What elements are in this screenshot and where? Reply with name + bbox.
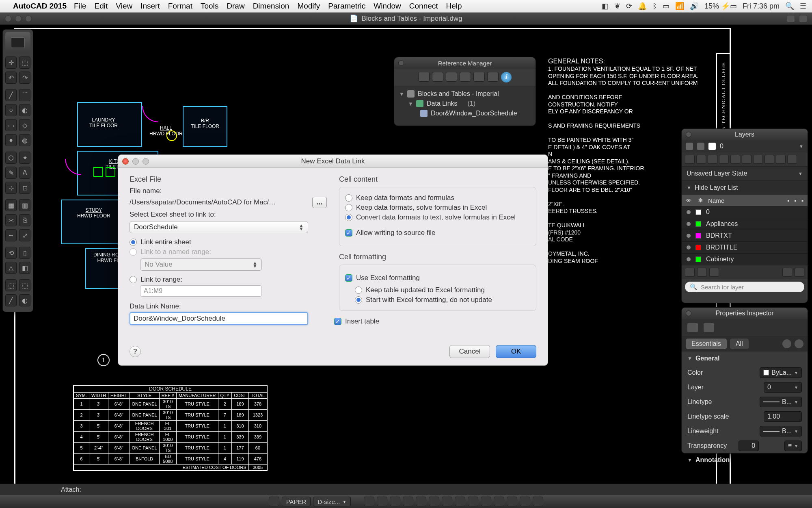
status-volume-icon[interactable]: 🔊 — [690, 2, 699, 11]
status-tool-icon[interactable] — [429, 497, 439, 506]
menu-edit[interactable]: Edit — [95, 2, 108, 11]
layer-tool[interactable] — [776, 155, 786, 164]
tool-button[interactable]: ⊹ — [5, 182, 17, 194]
status-tool-icon[interactable] — [520, 497, 530, 506]
menu-dimension[interactable]: Dimension — [253, 2, 289, 11]
tool-button[interactable]: ⬚ — [5, 279, 17, 291]
prop-layer[interactable]: Layer0▼ — [682, 380, 808, 395]
layer-row[interactable]: Appliances — [682, 218, 808, 230]
menu-draw[interactable]: Draw — [227, 2, 244, 11]
menu-window[interactable]: Window — [374, 2, 401, 11]
menu-parametric[interactable]: Parametric — [328, 2, 365, 11]
menu-view[interactable]: View — [116, 2, 132, 11]
radio-link-entire[interactable]: Link entire sheet — [130, 238, 327, 246]
status-tool-icon[interactable] — [442, 497, 452, 506]
layer-tool[interactable] — [764, 155, 774, 164]
layer-foot-tool[interactable] — [782, 268, 792, 277]
menu-tools[interactable]: Tools — [201, 2, 218, 11]
titlebar-btn[interactable] — [787, 15, 795, 22]
refmgr-tool[interactable] — [473, 72, 485, 82]
tool-button[interactable]: ⎘ — [19, 214, 30, 226]
layer-tool[interactable] — [730, 155, 740, 164]
tool-button[interactable]: ○ — [5, 104, 17, 116]
status-display-icon[interactable]: ▭ — [663, 2, 669, 11]
check-insert-table[interactable]: ✓Insert table — [334, 317, 536, 326]
close-icon[interactable] — [686, 132, 691, 137]
refmgr-tool[interactable] — [418, 72, 430, 82]
tool-button[interactable]: △ — [5, 262, 17, 274]
menu-format[interactable]: Format — [168, 2, 192, 11]
quick-select-icon[interactable] — [782, 339, 791, 348]
status-evernote-icon[interactable]: ❦ — [614, 2, 620, 11]
status-tool-icon[interactable] — [390, 497, 400, 506]
layer-row[interactable]: BRDTITLE — [682, 242, 808, 254]
status-tool-icon[interactable] — [494, 497, 504, 506]
menu-insert[interactable]: Insert — [140, 2, 160, 11]
status-tool-icon[interactable] — [507, 497, 517, 506]
tool-button[interactable]: ↷ — [19, 72, 30, 84]
props-mode-icon[interactable] — [704, 323, 714, 332]
browse-button[interactable]: ... — [312, 197, 327, 208]
tool-button[interactable]: ▥ — [19, 199, 30, 211]
status-paper[interactable]: PAPER — [282, 497, 311, 506]
tree-root[interactable]: ▼Blocks and Tables - Imperial — [399, 89, 531, 99]
tool-button[interactable]: ▦ — [5, 199, 17, 211]
menu-connect[interactable]: Connect — [409, 2, 438, 11]
close-icon[interactable] — [686, 310, 691, 316]
tool-button[interactable]: ↔ — [5, 229, 17, 241]
status-menu-icon[interactable]: ☰ — [800, 2, 806, 11]
status-tool-icon[interactable] — [416, 497, 426, 506]
info-icon[interactable]: i — [501, 72, 512, 82]
radio-cf1[interactable]: Keep table updated to Excel formatting — [355, 286, 530, 294]
tool-button[interactable]: ╱ — [5, 89, 17, 101]
tool-button[interactable]: ◇ — [19, 119, 30, 131]
hide-layer-list[interactable]: ▼Hide Layer List — [682, 181, 808, 195]
tool-button[interactable]: ◐ — [19, 104, 30, 116]
refmgr-tool[interactable] — [487, 72, 499, 82]
tree-datalinks[interactable]: ▼Data Links (1) — [399, 99, 531, 109]
layer-row[interactable]: BDRTXT — [682, 230, 808, 242]
radio-cc1[interactable]: Keep data formats and formulas — [345, 194, 530, 202]
props-mode-icon[interactable] — [687, 323, 698, 332]
radio-cc2[interactable]: Keep data formats, solve formulas in Exc… — [345, 204, 530, 212]
general-section[interactable]: ▼General — [682, 352, 808, 365]
tool-button[interactable]: ╱ — [5, 294, 17, 306]
tool-button[interactable]: ↶ — [5, 72, 17, 84]
tool-button[interactable]: ⌒ — [19, 89, 30, 101]
palette-handle[interactable] — [5, 32, 30, 53]
tab-essentials[interactable]: Essentials — [686, 339, 727, 349]
tab-all[interactable]: All — [730, 339, 749, 349]
tool-button[interactable]: ⬚ — [19, 279, 30, 291]
tool-button[interactable]: ◍ — [19, 134, 30, 146]
status-notification-icon[interactable]: 🔔 — [638, 2, 647, 11]
radio-cc3[interactable]: Convert data formats to text, solve form… — [345, 213, 530, 221]
layer-list-header[interactable]: 👁❄Name▪▪▪ — [682, 195, 808, 206]
tree-link-item[interactable]: Door&Window_DoorSchedule — [399, 109, 531, 118]
prop-transparency[interactable]: Transparency0 ≡▼ — [682, 439, 808, 453]
annotation-section[interactable]: ▼Annotation — [682, 453, 808, 467]
status-bluetooth-icon[interactable]: ᛒ — [652, 2, 657, 11]
layer-foot-tool[interactable] — [795, 268, 804, 277]
layer-tool[interactable] — [708, 155, 717, 164]
titlebar-btn[interactable] — [799, 15, 807, 22]
cancel-button[interactable]: Cancel — [449, 345, 490, 358]
dialog-close-icon[interactable] — [122, 158, 129, 165]
menu-modify[interactable]: Modify — [297, 2, 320, 11]
prop-linetype[interactable]: LinetypeB...▼ — [682, 395, 808, 409]
tool-button[interactable]: ✛ — [5, 56, 17, 69]
menu-file[interactable]: File — [74, 2, 86, 11]
current-layer-row[interactable]: 0▼ — [682, 140, 808, 152]
layer-tool[interactable] — [753, 155, 763, 164]
tool-button[interactable]: ⊡ — [19, 182, 30, 194]
tool-button[interactable]: ✎ — [5, 167, 17, 179]
status-tool-icon[interactable] — [481, 497, 491, 506]
tool-button[interactable]: ✂ — [5, 214, 17, 226]
prop-color[interactable]: ColorByLa...▼ — [682, 365, 808, 380]
status-tool-icon[interactable] — [455, 497, 465, 506]
layer-row[interactable]: Cabinetry — [682, 254, 808, 265]
layer-foot-tool[interactable] — [697, 268, 707, 277]
tool-button[interactable]: ▯ — [19, 247, 30, 259]
status-spotlight-icon[interactable]: 🔍 — [785, 2, 794, 11]
status-grid-icon[interactable] — [269, 497, 279, 506]
tool-button[interactable]: ⬚ — [19, 56, 30, 69]
